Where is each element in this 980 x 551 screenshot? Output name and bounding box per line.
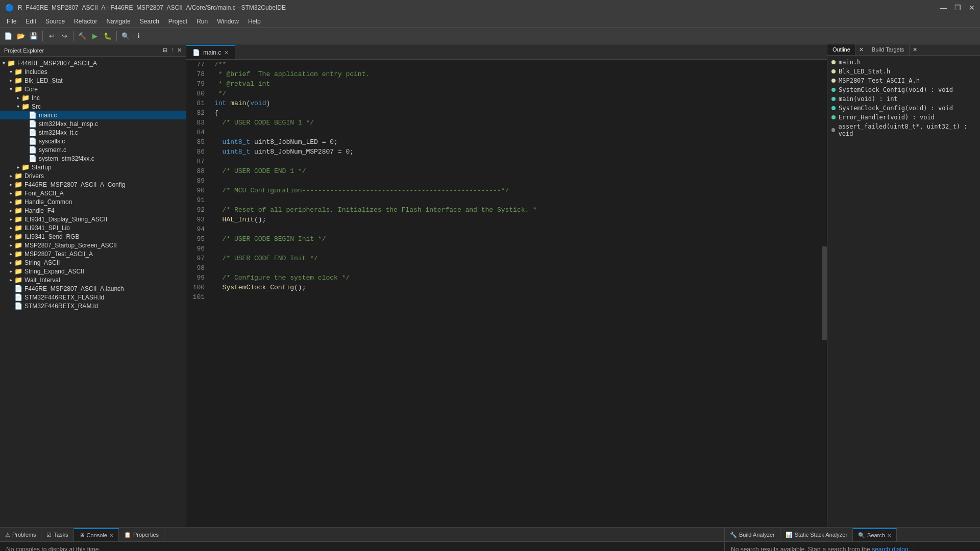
tree-item-stm32it[interactable]: 📄stm32f4xx_it.c [0, 128, 186, 137]
code-line[interactable] [214, 195, 817, 205]
code-line[interactable] [214, 263, 817, 273]
tasks-tab[interactable]: ☑ Tasks [41, 528, 74, 541]
code-line[interactable] [214, 176, 817, 186]
code-line[interactable]: uint8_t uint8_JobNum_LED = 0; [214, 137, 817, 147]
tree-item-inc[interactable]: ▸📁Inc [0, 93, 186, 102]
tree-item-handle_f4[interactable]: ▸📁Handle_F4 [0, 206, 186, 215]
scrollbar-thumb[interactable] [822, 246, 827, 340]
menu-item-help[interactable]: Help [244, 17, 265, 26]
code-line[interactable] [214, 224, 817, 234]
code-line[interactable]: SystemClock_Config(); [214, 283, 817, 292]
tab-mainc[interactable]: 📄 main.c ✕ [186, 45, 235, 59]
outline-item[interactable]: SystemClock_Config(void) : void [827, 85, 980, 94]
tree-arrow-ili9341_spi[interactable]: ▸ [7, 225, 14, 231]
outline-item[interactable]: MSP2807_Test_ASCII_A.h [827, 76, 980, 85]
tree-arrow-ili9341_send[interactable]: ▸ [7, 234, 14, 239]
outline-item[interactable]: assert_failed(uint8_t*, uint32_t) : void [827, 122, 980, 138]
tree-arrow-includes[interactable]: ▾ [7, 69, 14, 74]
toolbar-new[interactable]: 📄 [3, 31, 14, 42]
code-line[interactable] [214, 292, 817, 302]
maximize-button[interactable]: ❐ [954, 4, 961, 12]
panel-close-icon[interactable]: ✕ [177, 47, 182, 54]
toolbar-run[interactable]: ▶ [89, 31, 101, 42]
code-line[interactable]: * @retval int [214, 79, 817, 89]
tree-item-startup[interactable]: ▸📁Startup [0, 163, 186, 171]
properties-tab[interactable]: 📋 Properties [119, 528, 164, 541]
tree-item-ili9341_spi[interactable]: ▸📁ILI9341_SPI_Lib [0, 223, 186, 232]
outline-item[interactable]: Error_Handler(void) : void [827, 113, 980, 122]
code-line[interactable]: /* USER CODE BEGIN Init */ [214, 234, 817, 244]
title-bar-controls[interactable]: — ❐ ✕ [940, 4, 975, 12]
static-stack-tab[interactable]: 📊 Static Stack Analyzer [780, 528, 853, 541]
tree-item-mainc[interactable]: 📄main.c [0, 111, 186, 119]
tree-arrow-string_ascii[interactable]: ▸ [7, 260, 14, 265]
tree-item-root[interactable]: ▾📁F446RE_MSP2807_ASCII_A [0, 59, 186, 67]
panel-menu-icon[interactable]: ⋮ [169, 47, 175, 54]
tree-item-sysmem[interactable]: 📄sysmem.c [0, 145, 186, 154]
toolbar-open[interactable]: 📂 [15, 31, 27, 42]
tree-item-string_expand[interactable]: ▸📁String_Expand_ASCII [0, 267, 186, 276]
code-line[interactable] [214, 157, 817, 166]
tree-arrow-startup[interactable]: ▸ [14, 164, 21, 170]
tree-item-stm32ram[interactable]: 📄STM32F446RETX_RAM.ld [0, 302, 186, 310]
menu-item-file[interactable]: File [3, 17, 20, 26]
code-line[interactable]: /* MCU Configuration--------------------… [214, 186, 817, 195]
tree-arrow-msp2807_test[interactable]: ▸ [7, 251, 14, 257]
code-line[interactable] [214, 128, 817, 137]
outline-close-icon[interactable]: ✕ [856, 44, 867, 55]
menu-item-run[interactable]: Run [192, 17, 212, 26]
code-line[interactable]: */ [214, 89, 817, 98]
toolbar-info[interactable]: ℹ [133, 31, 144, 42]
tree-arrow-core[interactable]: ▾ [7, 86, 14, 92]
toolbar-search[interactable]: 🔍 [120, 31, 131, 42]
tree-item-blk_led[interactable]: ▸📁Blk_LED_Stat [0, 76, 186, 85]
code-line[interactable]: /* USER CODE END Init */ [214, 254, 817, 263]
search-dialog-link[interactable]: search dialog... [872, 546, 913, 551]
tree-item-font_ascii[interactable]: ▸📁Font_ASCII_A [0, 189, 186, 197]
code-line[interactable]: /* USER CODE END 1 */ [214, 166, 817, 176]
build-targets-close-icon[interactable]: ✕ [910, 44, 920, 55]
console-tab[interactable]: 🖥 Console ✕ [74, 528, 119, 541]
tree-item-launch[interactable]: 📄F446RE_MSP2807_ASCII_A.launch [0, 284, 186, 293]
build-targets-tab[interactable]: Build Targets [867, 44, 910, 55]
tree-item-core[interactable]: ▾📁Core [0, 85, 186, 93]
tree-arrow-root[interactable]: ▾ [0, 60, 7, 66]
code-line[interactable]: /* Reset of all peripherals, Initializes… [214, 205, 817, 215]
tree-item-src[interactable]: ▾📁Src [0, 102, 186, 111]
tree-item-msp2807_test[interactable]: ▸📁MSP2807_Test_ASCII_A [0, 249, 186, 258]
search-close-icon[interactable]: ✕ [887, 533, 891, 538]
toolbar-debug[interactable]: 🐛 [102, 31, 113, 42]
code-line[interactable]: /** [214, 60, 817, 69]
tree-arrow-msp2807_startup[interactable]: ▸ [7, 242, 14, 248]
outline-tab[interactable]: Outline [827, 44, 856, 55]
tree-item-ili9341_disp[interactable]: ▸📁ILI9341_Display_String_ASCII [0, 215, 186, 223]
tree-arrow-inc[interactable]: ▸ [14, 95, 21, 101]
code-line[interactable]: /* Configure the system clock */ [214, 273, 817, 283]
search-tab[interactable]: 🔍 Search ✕ [853, 528, 897, 541]
code-line[interactable]: { [214, 108, 817, 118]
tree-item-drivers[interactable]: ▸📁Drivers [0, 171, 186, 180]
outline-item[interactable]: SystemClock_Config(void) : void [827, 104, 980, 113]
tree-item-stm32hal[interactable]: 📄stm32f4xx_hal_msp.c [0, 119, 186, 128]
minimize-button[interactable]: — [940, 4, 947, 12]
tree-item-wait_interval[interactable]: ▸📁Wait_Interval [0, 276, 186, 284]
problems-tab[interactable]: ⚠ Problems [0, 528, 41, 541]
code-line[interactable]: /* USER CODE BEGIN 1 */ [214, 118, 817, 128]
tree-item-handle_common[interactable]: ▸📁Handle_Common [0, 197, 186, 206]
tree-arrow-drivers[interactable]: ▸ [7, 173, 14, 179]
code-line[interactable] [214, 244, 817, 254]
tree-item-system_stm[interactable]: 📄system_stm32f4xx.c [0, 154, 186, 163]
tree-arrow-blk_led[interactable]: ▸ [7, 78, 14, 83]
tree-arrow-font_ascii[interactable]: ▸ [7, 190, 14, 196]
tree-arrow-wait_interval[interactable]: ▸ [7, 277, 14, 283]
tree-item-stm32flash[interactable]: 📄STM32F446RETX_FLASH.ld [0, 293, 186, 302]
outline-item[interactable]: main.h [827, 58, 980, 67]
tree-arrow-ili9341_disp[interactable]: ▸ [7, 216, 14, 222]
menu-item-navigate[interactable]: Navigate [102, 17, 134, 26]
tree-item-msp2807_startup[interactable]: ▸📁MSP2807_Startup_Screen_ASCII [0, 241, 186, 249]
tree-item-syscalls[interactable]: 📄syscalls.c [0, 137, 186, 145]
tree-item-includes[interactable]: ▾📁Includes [0, 67, 186, 76]
tree-arrow-handle_f4[interactable]: ▸ [7, 208, 14, 213]
menu-item-search[interactable]: Search [136, 17, 163, 26]
menu-item-window[interactable]: Window [213, 17, 243, 26]
